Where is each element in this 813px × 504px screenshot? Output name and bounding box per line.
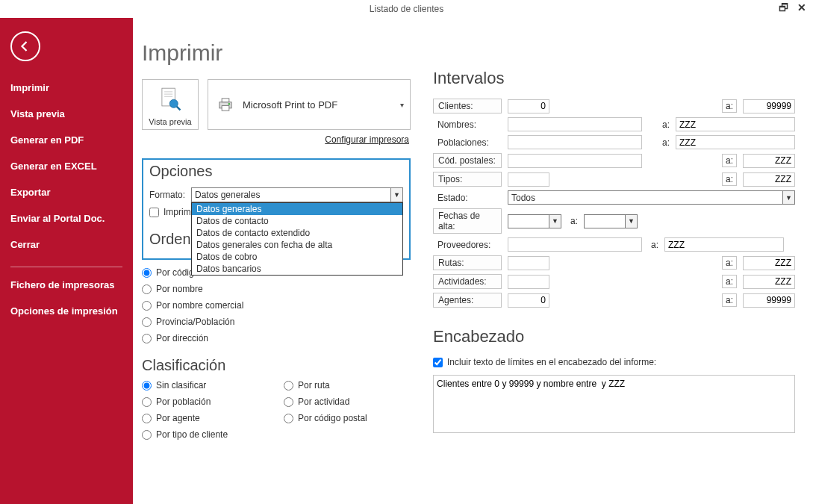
radio-input[interactable]	[142, 430, 152, 440]
intervalo-to-input[interactable]	[743, 172, 795, 187]
a-label[interactable]: a:	[722, 256, 737, 270]
a-label[interactable]: a:	[722, 293, 737, 307]
intervalo-to-input[interactable]	[743, 275, 795, 289]
a-label: a:	[659, 137, 670, 148]
sidebar-item[interactable]: Exportar	[0, 179, 133, 205]
a-label[interactable]: a:	[722, 99, 737, 113]
radio-input[interactable]	[284, 381, 293, 391]
formato-option[interactable]: Datos generales	[192, 203, 402, 215]
intervalo-to-input[interactable]	[676, 117, 795, 131]
proveedores-from-input[interactable]	[508, 237, 642, 252]
back-button[interactable]	[10, 31, 40, 61]
radio-label: Provincia/Población	[156, 317, 234, 327]
svg-rect-8	[222, 106, 229, 111]
printer-select[interactable]: Microsoft Print to PDF ▾	[208, 79, 411, 130]
preview-button[interactable]: Vista previa	[142, 79, 199, 130]
radio-label: Por nombre	[156, 284, 203, 294]
chevron-down-icon[interactable]: ▼	[625, 215, 637, 228]
clasificacion-option[interactable]: Sin clasificar	[142, 380, 269, 391]
radio-input[interactable]	[142, 397, 152, 407]
clasificacion-option[interactable]: Por actividad	[284, 396, 411, 407]
imprimir-checkbox[interactable]	[149, 208, 159, 217]
a-label[interactable]: a:	[722, 154, 737, 167]
formato-option[interactable]: Datos bancarios	[192, 263, 402, 275]
intervalo-label[interactable]: Agentes:	[433, 293, 502, 308]
intervalo-to-input[interactable]	[743, 293, 795, 308]
radio-input[interactable]	[142, 317, 152, 327]
intervalo-from-input[interactable]	[508, 275, 549, 289]
intervalo-label[interactable]: Cód. postales:	[433, 153, 502, 168]
sidebar-item[interactable]: Vista previa	[0, 101, 133, 127]
sidebar-item[interactable]: Enviar al Portal Doc.	[0, 205, 133, 231]
radio-input[interactable]	[142, 414, 152, 423]
clasificacion-option[interactable]: Por agente	[142, 413, 269, 423]
clasificacion-option[interactable]: Por código postal	[284, 413, 411, 423]
intervalo-from-input[interactable]	[508, 256, 549, 270]
intervalo-label[interactable]: Tipos:	[433, 172, 502, 187]
sidebar-item[interactable]: Generar en EXCEL	[0, 153, 133, 179]
svg-line-5	[177, 107, 181, 111]
fecha-hasta-combo[interactable]: ▼	[584, 214, 638, 228]
sidebar-item[interactable]: Imprimir	[0, 75, 133, 101]
orden-option[interactable]: Provincia/Población	[142, 317, 411, 327]
formato-label: Formato:	[149, 190, 185, 200]
a-label[interactable]: a:	[722, 275, 737, 288]
radio-input[interactable]	[142, 284, 152, 294]
encabezado-heading: Encabezado	[433, 327, 795, 346]
intervalo-from-input[interactable]	[508, 293, 549, 308]
chevron-down-icon[interactable]: ▼	[390, 188, 402, 202]
formato-combobox[interactable]: Datos generales ▼ Datos generalesDatos d…	[191, 187, 403, 202]
intervalo-label[interactable]: Rutas:	[433, 255, 502, 270]
intervalo-to-input[interactable]	[676, 135, 795, 149]
fechas-alta-label[interactable]: Fechas de alta:	[433, 208, 502, 234]
sidebar-item[interactable]: Cerrar	[0, 231, 133, 258]
clasificacion-radio-grid: Sin clasificarPor rutaPor poblaciónPor a…	[142, 380, 411, 440]
radio-input[interactable]	[142, 381, 152, 391]
window-title: Listado de clientes	[370, 4, 443, 14]
radio-input[interactable]	[284, 414, 293, 423]
intervalo-label[interactable]: Actividades:	[433, 274, 502, 289]
estado-combobox[interactable]: Todos ▼	[508, 190, 795, 205]
radio-input[interactable]	[284, 397, 293, 407]
orden-option[interactable]: Por dirección	[142, 333, 411, 343]
intervalo-from-input[interactable]	[508, 135, 642, 149]
radio-label: Por código postal	[298, 413, 367, 423]
formato-option[interactable]: Datos de contacto	[192, 215, 402, 227]
formato-option[interactable]: Datos generales con fecha de alta	[192, 239, 402, 251]
intervalo-from-input[interactable]	[508, 117, 642, 131]
encabezado-textarea[interactable]	[433, 375, 795, 433]
chevron-down-icon[interactable]: ▼	[782, 191, 794, 204]
incluir-limites-checkbox[interactable]	[433, 358, 443, 367]
intervalo-from-input[interactable]	[508, 172, 549, 187]
intervalo-to-input[interactable]	[743, 154, 795, 168]
formato-option[interactable]: Datos de cobro	[192, 251, 402, 263]
radio-input[interactable]	[142, 268, 152, 278]
chevron-down-icon[interactable]: ▼	[549, 215, 561, 228]
close-icon[interactable]: ✕	[795, 1, 809, 13]
orden-option[interactable]: Por nombre comercial	[142, 300, 411, 311]
radio-input[interactable]	[142, 334, 152, 343]
fecha-desde-combo[interactable]: ▼	[508, 214, 561, 228]
intervalo-to-input[interactable]	[743, 99, 795, 113]
clasificacion-option[interactable]: Por ruta	[284, 380, 411, 391]
clasificacion-option[interactable]: Por población	[142, 396, 269, 407]
radio-label: Por agente	[156, 413, 200, 423]
intervalo-from-input[interactable]	[508, 99, 549, 113]
orden-option[interactable]: Por nombre	[142, 284, 411, 294]
sidebar-item[interactable]: Fichero de impresoras	[0, 272, 133, 298]
sidebar-item[interactable]: Opciones de impresión	[0, 298, 133, 324]
clasificacion-option[interactable]: Por tipo de cliente	[142, 429, 269, 440]
sidebar: ImprimirVista previaGenerar en PDFGenera…	[0, 18, 133, 504]
intervalo-from-input[interactable]	[508, 154, 642, 168]
estado-value: Todos	[511, 193, 535, 203]
configure-printer-link[interactable]: Configurar impresora	[142, 134, 409, 145]
proveedores-to-input[interactable]	[664, 237, 784, 252]
sidebar-separator	[10, 267, 122, 267]
restore-icon[interactable]: 🗗	[777, 1, 791, 13]
radio-input[interactable]	[142, 301, 152, 311]
intervalo-to-input[interactable]	[743, 256, 795, 270]
intervalo-label[interactable]: Clientes:	[433, 99, 502, 113]
a-label[interactable]: a:	[722, 172, 737, 186]
formato-option[interactable]: Datos de contacto extendido	[192, 227, 402, 239]
sidebar-item[interactable]: Generar en PDF	[0, 127, 133, 153]
